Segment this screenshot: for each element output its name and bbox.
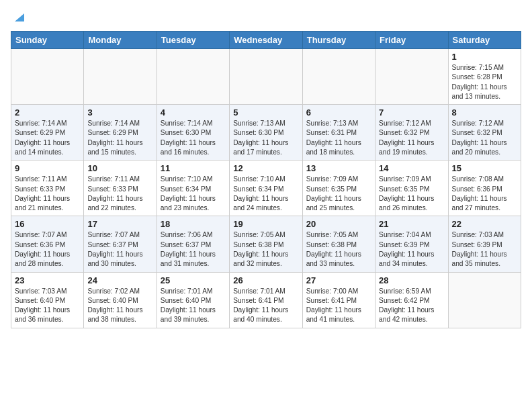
day-info: Sunrise: 7:04 AM Sunset: 6:39 PM Dayligh… <box>379 230 444 269</box>
calendar-cell: 28Sunrise: 6:59 AM Sunset: 6:42 PM Dayli… <box>375 272 448 328</box>
day-info: Sunrise: 7:06 AM Sunset: 6:37 PM Dayligh… <box>161 230 226 269</box>
calendar-cell: 7Sunrise: 7:12 AM Sunset: 6:32 PM Daylig… <box>375 105 448 161</box>
day-number: 12 <box>233 163 298 173</box>
calendar-cell: 15Sunrise: 7:08 AM Sunset: 6:36 PM Dayli… <box>448 161 521 216</box>
svg-marker-0 <box>15 13 24 21</box>
calendar-cell: 4Sunrise: 7:14 AM Sunset: 6:30 PM Daylig… <box>157 105 229 161</box>
calendar-cell: 23Sunrise: 7:03 AM Sunset: 6:40 PM Dayli… <box>11 272 84 328</box>
calendar-cell <box>302 49 375 105</box>
day-number: 16 <box>15 219 80 229</box>
calendar-cell: 26Sunrise: 7:01 AM Sunset: 6:41 PM Dayli… <box>230 272 302 328</box>
day-info: Sunrise: 7:09 AM Sunset: 6:35 PM Dayligh… <box>306 175 371 213</box>
calendar-cell: 10Sunrise: 7:11 AM Sunset: 6:33 PM Dayli… <box>84 161 157 216</box>
calendar-week-1: 1Sunrise: 7:15 AM Sunset: 6:28 PM Daylig… <box>11 49 521 105</box>
day-info: Sunrise: 7:14 AM Sunset: 6:29 PM Dayligh… <box>15 119 80 157</box>
weekday-header-wednesday: Wednesday <box>230 32 302 49</box>
day-number: 21 <box>379 219 444 229</box>
day-number: 26 <box>233 275 298 285</box>
day-info: Sunrise: 7:08 AM Sunset: 6:36 PM Dayligh… <box>452 175 517 213</box>
day-number: 17 <box>87 219 152 229</box>
day-info: Sunrise: 7:00 AM Sunset: 6:41 PM Dayligh… <box>306 287 371 325</box>
day-info: Sunrise: 7:01 AM Sunset: 6:41 PM Dayligh… <box>233 287 298 325</box>
day-number: 9 <box>15 163 80 173</box>
weekday-header-tuesday: Tuesday <box>157 32 229 49</box>
day-info: Sunrise: 7:03 AM Sunset: 6:39 PM Dayligh… <box>452 230 517 269</box>
weekday-header-thursday: Thursday <box>302 32 375 49</box>
day-number: 10 <box>87 163 152 173</box>
day-info: Sunrise: 7:05 AM Sunset: 6:38 PM Dayligh… <box>306 230 371 269</box>
weekday-header-monday: Monday <box>84 32 157 49</box>
day-number: 8 <box>452 107 517 118</box>
calendar-cell: 22Sunrise: 7:03 AM Sunset: 6:39 PM Dayli… <box>448 216 521 272</box>
calendar-header-row: SundayMondayTuesdayWednesdayThursdayFrid… <box>11 32 521 49</box>
day-info: Sunrise: 7:07 AM Sunset: 6:36 PM Dayligh… <box>15 230 80 269</box>
weekday-header-saturday: Saturday <box>448 32 521 49</box>
day-info: Sunrise: 7:07 AM Sunset: 6:37 PM Dayligh… <box>87 230 152 269</box>
day-number: 22 <box>452 219 517 229</box>
day-info: Sunrise: 6:59 AM Sunset: 6:42 PM Dayligh… <box>379 287 444 325</box>
day-info: Sunrise: 7:12 AM Sunset: 6:32 PM Dayligh… <box>452 119 517 157</box>
calendar-cell <box>230 49 302 105</box>
day-number: 25 <box>161 275 226 285</box>
day-number: 28 <box>379 275 444 285</box>
calendar-cell: 3Sunrise: 7:14 AM Sunset: 6:29 PM Daylig… <box>84 105 157 161</box>
day-info: Sunrise: 7:13 AM Sunset: 6:31 PM Dayligh… <box>306 119 371 157</box>
day-info: Sunrise: 7:02 AM Sunset: 6:40 PM Dayligh… <box>87 287 152 325</box>
calendar-cell: 18Sunrise: 7:06 AM Sunset: 6:37 PM Dayli… <box>157 216 229 272</box>
calendar-table: SundayMondayTuesdayWednesdayThursdayFrid… <box>11 31 521 328</box>
calendar-cell: 21Sunrise: 7:04 AM Sunset: 6:39 PM Dayli… <box>375 216 448 272</box>
day-number: 15 <box>452 163 517 173</box>
day-number: 24 <box>87 275 152 285</box>
day-number: 23 <box>15 275 80 285</box>
calendar-cell: 14Sunrise: 7:09 AM Sunset: 6:35 PM Dayli… <box>375 161 448 216</box>
day-number: 11 <box>161 163 226 173</box>
calendar-cell: 13Sunrise: 7:09 AM Sunset: 6:35 PM Dayli… <box>302 161 375 216</box>
day-number: 1 <box>452 52 517 62</box>
day-number: 4 <box>161 107 226 118</box>
day-number: 3 <box>87 107 152 118</box>
calendar-cell: 11Sunrise: 7:10 AM Sunset: 6:34 PM Dayli… <box>157 161 229 216</box>
calendar-cell <box>448 272 521 328</box>
weekday-header-friday: Friday <box>375 32 448 49</box>
day-info: Sunrise: 7:11 AM Sunset: 6:33 PM Dayligh… <box>87 175 152 213</box>
day-number: 27 <box>306 275 371 285</box>
calendar-cell: 24Sunrise: 7:02 AM Sunset: 6:40 PM Dayli… <box>84 272 157 328</box>
calendar-week-4: 16Sunrise: 7:07 AM Sunset: 6:36 PM Dayli… <box>11 216 521 272</box>
day-info: Sunrise: 7:14 AM Sunset: 6:29 PM Dayligh… <box>87 119 152 157</box>
calendar-cell: 12Sunrise: 7:10 AM Sunset: 6:34 PM Dayli… <box>230 161 302 216</box>
calendar-cell: 9Sunrise: 7:11 AM Sunset: 6:33 PM Daylig… <box>11 161 84 216</box>
calendar-cell <box>375 49 448 105</box>
calendar-week-2: 2Sunrise: 7:14 AM Sunset: 6:29 PM Daylig… <box>11 105 521 161</box>
logo <box>11 11 24 23</box>
day-info: Sunrise: 7:01 AM Sunset: 6:40 PM Dayligh… <box>161 287 226 325</box>
day-info: Sunrise: 7:11 AM Sunset: 6:33 PM Dayligh… <box>15 175 80 213</box>
day-number: 19 <box>233 219 298 229</box>
day-info: Sunrise: 7:14 AM Sunset: 6:30 PM Dayligh… <box>161 119 226 157</box>
day-info: Sunrise: 7:13 AM Sunset: 6:30 PM Dayligh… <box>233 119 298 157</box>
calendar-cell: 1Sunrise: 7:15 AM Sunset: 6:28 PM Daylig… <box>448 49 521 105</box>
page-header <box>11 11 521 23</box>
day-number: 18 <box>161 219 226 229</box>
calendar-week-5: 23Sunrise: 7:03 AM Sunset: 6:40 PM Dayli… <box>11 272 521 328</box>
calendar-cell: 17Sunrise: 7:07 AM Sunset: 6:37 PM Dayli… <box>84 216 157 272</box>
day-number: 2 <box>15 107 80 118</box>
day-info: Sunrise: 7:10 AM Sunset: 6:34 PM Dayligh… <box>161 175 226 213</box>
calendar-cell <box>157 49 229 105</box>
day-number: 7 <box>379 107 444 118</box>
day-info: Sunrise: 7:12 AM Sunset: 6:32 PM Dayligh… <box>379 119 444 157</box>
calendar-cell: 19Sunrise: 7:05 AM Sunset: 6:38 PM Dayli… <box>230 216 302 272</box>
calendar-cell: 20Sunrise: 7:05 AM Sunset: 6:38 PM Dayli… <box>302 216 375 272</box>
day-number: 14 <box>379 163 444 173</box>
calendar-cell: 25Sunrise: 7:01 AM Sunset: 6:40 PM Dayli… <box>157 272 229 328</box>
day-number: 13 <box>306 163 371 173</box>
day-number: 6 <box>306 107 371 118</box>
day-info: Sunrise: 7:15 AM Sunset: 6:28 PM Dayligh… <box>452 63 517 101</box>
weekday-header-sunday: Sunday <box>11 32 84 49</box>
calendar-cell <box>84 49 157 105</box>
day-number: 20 <box>306 219 371 229</box>
day-info: Sunrise: 7:03 AM Sunset: 6:40 PM Dayligh… <box>15 287 80 325</box>
day-info: Sunrise: 7:05 AM Sunset: 6:38 PM Dayligh… <box>233 230 298 269</box>
calendar-cell: 2Sunrise: 7:14 AM Sunset: 6:29 PM Daylig… <box>11 105 84 161</box>
calendar-week-3: 9Sunrise: 7:11 AM Sunset: 6:33 PM Daylig… <box>11 161 521 216</box>
calendar-cell: 8Sunrise: 7:12 AM Sunset: 6:32 PM Daylig… <box>448 105 521 161</box>
